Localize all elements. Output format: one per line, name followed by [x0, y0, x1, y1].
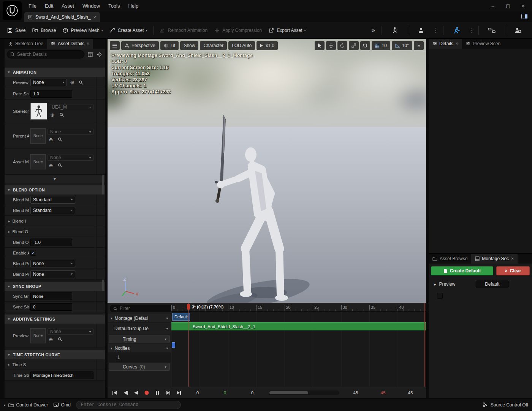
overflow-chevrons-icon[interactable]: » — [368, 25, 379, 35]
use-selected-icon[interactable]: ⊕ — [48, 136, 54, 143]
blend-in-expander[interactable]: ▸Blend I — [5, 219, 29, 223]
skeleton-thumbnail[interactable] — [30, 103, 47, 120]
blend-profile-dropdown[interactable]: None▾ — [30, 260, 75, 267]
preview-base-thumbnail[interactable]: None — [30, 328, 46, 343]
sync-group-input[interactable] — [30, 292, 72, 300]
preview-mesh-button[interactable]: Preview Mesh ▾ — [59, 25, 106, 36]
parent-asset-thumbnail[interactable]: None — [30, 128, 46, 144]
menu-file[interactable]: File — [24, 1, 41, 11]
apply-compression-button[interactable]: Apply Compression — [211, 25, 265, 36]
timeline-scrollbar[interactable] — [269, 390, 339, 395]
timeline-scrollbar-thumb[interactable] — [269, 391, 308, 394]
play-reverse-button[interactable] — [132, 389, 140, 397]
skip-to-start-button[interactable] — [111, 389, 119, 397]
chevron-down-icon[interactable]: ▾ — [166, 316, 168, 320]
step-forward-button[interactable] — [164, 389, 172, 397]
blend-profile-dropdown[interactable]: None▾ — [30, 270, 75, 278]
use-selected-icon[interactable]: ⊕ — [49, 111, 56, 118]
browse-to-asset-icon[interactable] — [57, 162, 63, 169]
console-command-input[interactable] — [81, 402, 176, 408]
slot-group-row[interactable]: DefaultGroup.De ▾ — [108, 323, 171, 334]
tab-preview-scene[interactable]: Preview Scen — [462, 39, 504, 49]
skip-to-end-button[interactable] — [174, 389, 183, 397]
menu-window[interactable]: Window — [78, 1, 104, 11]
tab-skeleton-tree[interactable]: Skeleton Tree — [5, 39, 47, 49]
tab-close-icon[interactable]: × — [511, 256, 514, 261]
chevron-down-icon[interactable]: ▾ — [165, 337, 166, 341]
export-asset-button[interactable]: Export Asset ▾ — [265, 25, 309, 36]
tab-close-icon[interactable]: × — [456, 41, 458, 46]
maximize-button[interactable]: ▢ — [502, 1, 515, 10]
notify-track-row[interactable]: 1 — [108, 353, 171, 362]
create-default-button[interactable]: Create Default — [431, 266, 493, 275]
time-stretch-curve-name-input[interactable] — [30, 371, 93, 379]
close-button[interactable]: × — [517, 1, 530, 10]
angle-snap-button[interactable]: 10° — [392, 41, 412, 50]
create-asset-button[interactable]: Create Asset ▾ — [106, 25, 151, 36]
menu-edit[interactable]: Edit — [41, 1, 57, 11]
grid-snap-button[interactable]: 10 — [372, 41, 390, 50]
section-sync-group[interactable]: ▾ SYNC GROUP — [5, 282, 105, 291]
reimport-animation-button[interactable]: Reimport Animation — [156, 25, 211, 36]
skeleton-mode-button[interactable] — [385, 24, 405, 36]
asset-mapping-dropdown[interactable]: None▾ — [48, 155, 93, 161]
playback-speed-button[interactable]: x1.0 — [256, 41, 278, 50]
time-stretch-expander[interactable]: ▸Time S — [5, 362, 29, 367]
animation-mode-button[interactable] — [446, 24, 467, 36]
default-section-button[interactable]: Default — [475, 280, 509, 288]
blend-out-time-input[interactable] — [30, 239, 72, 246]
scale-tool-button[interactable] — [349, 41, 359, 50]
browse-to-asset-icon[interactable] — [78, 79, 84, 86]
pause-button[interactable] — [153, 389, 162, 397]
show-advanced-expander[interactable]: ▾ — [5, 175, 105, 183]
viewport-overflow-button[interactable]: » — [414, 41, 424, 50]
skeleton-asset-dropdown[interactable]: UE4_M▾ — [49, 104, 93, 110]
playhead-handle[interactable] — [187, 304, 190, 310]
source-control-button[interactable]: Source Control Off — [483, 402, 528, 408]
snap-tool-button[interactable] — [360, 41, 370, 50]
asset-tab-close-icon[interactable]: × — [93, 14, 96, 20]
search-details-input[interactable] — [17, 52, 81, 57]
timing-row[interactable]: Timing ▾ — [109, 335, 170, 343]
menu-tools[interactable]: Tools — [104, 1, 124, 11]
playhead-line[interactable] — [188, 303, 189, 387]
browse-to-asset-icon[interactable] — [58, 111, 65, 118]
minimize-button[interactable]: – — [486, 1, 499, 10]
use-selected-icon[interactable]: ⊕ — [48, 162, 54, 169]
select-tool-button[interactable] — [315, 41, 325, 50]
sync-slot-input[interactable] — [30, 303, 72, 311]
section-chip-default[interactable]: Default — [172, 313, 190, 321]
preview-viewport[interactable]: Perspective Lit Show Character LOD Auto … — [108, 39, 426, 303]
tab-asset-browser[interactable]: Asset Browse — [429, 254, 471, 264]
curves-row[interactable]: Curves (0) ▾ — [109, 363, 170, 371]
use-selected-icon[interactable]: ⊕ — [69, 79, 76, 86]
use-selected-icon[interactable]: ⊕ — [48, 336, 54, 343]
browse-to-asset-icon[interactable] — [57, 336, 63, 343]
unreal-logo[interactable] — [3, 1, 22, 20]
tab-details[interactable]: Details × — [429, 39, 462, 49]
show-dropdown[interactable]: Show — [180, 41, 198, 50]
chevron-down-icon[interactable]: ▾ — [165, 365, 166, 369]
asset-tab[interactable]: Sword_And_Shield_Slash_ × — [24, 12, 100, 22]
blend-mode-dropdown[interactable]: Standard▾ — [30, 207, 75, 214]
tab-montage-sections[interactable]: Montage Sec × — [471, 254, 518, 264]
kebab-menu-icon[interactable]: ⋮ — [431, 27, 440, 33]
details-search[interactable] — [7, 50, 84, 58]
notify-marker[interactable] — [172, 342, 175, 348]
blueprint-mode-button[interactable] — [481, 24, 502, 36]
section-blend-option[interactable]: ▾ BLEND OPTION — [5, 185, 105, 194]
settings-gear-icon[interactable] — [96, 51, 103, 58]
section-checkbox[interactable] — [437, 293, 443, 299]
kebab-menu-icon[interactable]: ⋮ — [467, 27, 476, 33]
blend-mode-dropdown[interactable]: Standard▾ — [30, 196, 75, 204]
mesh-mode-button[interactable] — [411, 24, 431, 36]
console-command-field[interactable] — [76, 401, 181, 409]
tab-asset-details[interactable]: Asset Details × — [47, 39, 93, 49]
move-tool-button[interactable] — [326, 41, 336, 50]
sidebar-toggle-icon[interactable] — [521, 14, 527, 19]
section-time-stretch[interactable]: ▾ TIME STRETCH CURVE — [5, 350, 105, 359]
preview-pose-dropdown[interactable]: None▾ — [30, 79, 67, 86]
column-view-icon[interactable] — [87, 51, 93, 58]
record-button[interactable] — [142, 389, 151, 397]
timeline-filter-input[interactable] — [120, 306, 179, 311]
